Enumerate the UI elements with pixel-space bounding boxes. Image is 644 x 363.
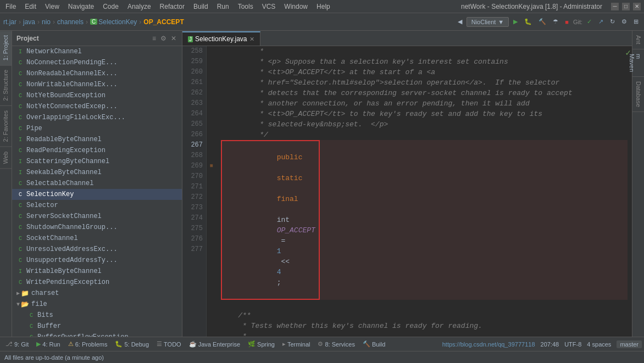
left-strip: 1: Project 2: Structure 2: Favorites Web <box>0 31 12 337</box>
git-merge-button[interactable]: ↗ <box>596 17 606 26</box>
coverage-button[interactable]: ☂ <box>551 17 560 26</box>
file-item-writepending[interactable]: C WritePendingException <box>12 277 182 288</box>
class-icon: C <box>16 59 24 66</box>
toolwindow-button[interactable]: ⊞ <box>631 17 641 26</box>
run-icon: ▶ <box>36 340 41 348</box>
folder-file[interactable]: ▼ 📂 file <box>12 299 182 310</box>
run-tool-btn[interactable]: ▶ 4: Run <box>33 339 63 349</box>
debug-button[interactable]: 🐛 <box>522 17 534 26</box>
menu-build[interactable]: Build <box>191 2 210 11</box>
breadcrumb-java[interactable]: java <box>23 18 35 26</box>
menu-navigate[interactable]: Navigate <box>66 2 96 11</box>
services-btn[interactable]: ⚙ 8: Services <box>314 339 358 349</box>
git-branch[interactable]: master <box>617 340 642 348</box>
git-tool-btn[interactable]: ⎇ 9: Git <box>2 339 32 349</box>
file-item-scattering[interactable]: I ScatteringByteChannel <box>12 156 182 167</box>
close-button[interactable]: ✕ <box>633 3 641 10</box>
terminal-btn-label: Terminal <box>287 341 310 348</box>
menu-edit[interactable]: Edit <box>23 2 38 11</box>
menu-window[interactable]: Window <box>282 2 310 11</box>
file-item-networkchannel[interactable]: I NetworkChannel <box>12 46 182 57</box>
file-item-pipe[interactable]: C Pipe <box>12 123 182 134</box>
back-button[interactable]: ◀ <box>456 17 464 26</box>
git-check-button[interactable]: ✓ <box>585 17 594 26</box>
menu-analyze[interactable]: Analyze <box>125 2 153 11</box>
class-icon: C <box>16 147 24 154</box>
folder-charset[interactable]: ▶ 📁 charset <box>12 288 182 299</box>
file-item-bufferoverflow[interactable]: C BufferOverflowException <box>12 332 182 337</box>
file-item-notyetbound[interactable]: C NotYetBoundException <box>12 90 182 101</box>
problems-tool-btn[interactable]: ⚠ 6: Problems <box>65 339 111 349</box>
menu-vcs[interactable]: VCS <box>260 2 278 11</box>
file-item-buffer[interactable]: C Buffer <box>12 321 182 332</box>
breadcrumb-rtjar[interactable]: rt.jar <box>3 18 16 26</box>
file-item-selector[interactable]: C Selector <box>12 200 182 211</box>
code-area[interactable]: * * <p> Suppose that a selection key's i… <box>216 46 632 337</box>
debug-tool-btn[interactable]: 🐛 5: Debug <box>112 339 152 349</box>
file-item-serversocket[interactable]: C ServerSocketChannel <box>12 211 182 222</box>
build-icon: 🔨 <box>363 340 370 348</box>
menu-code[interactable]: Code <box>101 2 121 11</box>
file-item-socket[interactable]: C SocketChannel <box>12 233 182 244</box>
file-item-selectionkey[interactable]: C SelectionKey <box>12 189 182 200</box>
sidebar-collapse-btn[interactable]: ≡ <box>151 35 157 42</box>
run-button[interactable]: ▶ <box>511 17 520 26</box>
left-tab-favorites[interactable]: 2: Favorites <box>0 106 12 147</box>
menu-refactor[interactable]: Refactor <box>158 2 187 11</box>
file-item-readpending[interactable]: C ReadPendingException <box>12 145 182 156</box>
left-tab-web[interactable]: Web <box>0 147 12 169</box>
blog-link[interactable]: https://blog.csdn.net/qq_39777118 <box>442 341 535 348</box>
file-item-readablebyte[interactable]: I ReadableByteChannel <box>12 134 182 145</box>
build-btn[interactable]: 🔨 Build <box>359 339 388 349</box>
encoding-label[interactable]: UTF-8 <box>564 341 581 348</box>
tab-selectionkey[interactable]: J SelectionKey.java ✕ <box>182 31 260 46</box>
right-tab-ant[interactable]: Ant <box>632 31 644 49</box>
folder-icon: 📂 <box>21 300 29 309</box>
todo-tool-btn[interactable]: ☰ TODO <box>153 339 185 349</box>
file-item-bits[interactable]: C Bits <box>12 310 182 321</box>
menu-run[interactable]: Run <box>215 2 231 11</box>
file-item-unresolved[interactable]: C UnresolvedAddressExc... <box>12 244 182 255</box>
run-config-selector[interactable]: NioClient ▼ <box>467 17 509 27</box>
file-item-writable[interactable]: I WritableByteChannel <box>12 266 182 277</box>
class-icon: C <box>16 202 24 209</box>
stop-button[interactable]: ■ <box>563 18 571 26</box>
terminal-btn[interactable]: ▸ Terminal <box>279 339 314 349</box>
tab-close-button[interactable]: ✕ <box>249 36 254 43</box>
left-tab-project[interactable]: 1: Project <box>0 31 12 65</box>
file-item-noconnection[interactable]: C NoConnectionPendingE... <box>12 57 182 68</box>
build-button[interactable]: 🔨 <box>536 17 548 26</box>
sidebar-settings-btn[interactable]: ⚙ <box>159 35 168 42</box>
file-item-shutdown[interactable]: C ShutdownChannelGroup... <box>12 222 182 233</box>
class-icon: C <box>90 19 97 25</box>
breadcrumb-selectionkey[interactable]: C SelectionKey <box>90 18 137 26</box>
settings-button[interactable]: ⚙ <box>619 17 629 26</box>
code-line-268 <box>221 300 628 310</box>
java-enterprise-btn[interactable]: ☕ Java Enterprise <box>186 339 243 349</box>
menu-view[interactable]: View <box>43 2 62 11</box>
file-item-overlapping[interactable]: C OverlappingFileLockExc... <box>12 112 182 123</box>
file-item-notyetconnected[interactable]: C NotYetConnectedExcep... <box>12 101 182 112</box>
file-item-nonreadable[interactable]: C NonReadableChannelEx... <box>12 68 182 79</box>
right-tab-database[interactable]: Database <box>632 77 644 112</box>
menu-tools[interactable]: Tools <box>236 2 256 11</box>
git-update-button[interactable]: ↻ <box>608 17 617 26</box>
file-item-selectable[interactable]: C SelectableChannel <box>12 178 182 189</box>
maximize-button[interactable]: □ <box>622 3 630 10</box>
file-item-nonwritable[interactable]: C NonWritableChannelEx... <box>12 79 182 90</box>
right-tab-maven[interactable]: mMaven <box>632 49 644 77</box>
breadcrumb-channels[interactable]: channels <box>57 18 84 26</box>
class-icon: C <box>16 103 24 110</box>
menu-file[interactable]: File <box>3 2 18 11</box>
minimize-button[interactable]: ─ <box>611 3 619 10</box>
file-item-unsupported[interactable]: C UnsupportedAddressTy... <box>12 255 182 266</box>
indent-label[interactable]: 4 spaces <box>587 341 611 348</box>
tab-label: SelectionKey.java <box>195 35 247 43</box>
menu-help[interactable]: Help <box>314 2 332 11</box>
left-tab-structure[interactable]: 2: Structure <box>0 65 12 106</box>
file-item-seekable[interactable]: I SeekableByteChannel <box>12 167 182 178</box>
spring-btn[interactable]: 🌿 Spring <box>245 339 278 349</box>
sidebar-close-btn[interactable]: ✕ <box>170 35 177 42</box>
breadcrumb-nio[interactable]: nio <box>42 18 51 26</box>
code-line-258: * <box>221 46 628 57</box>
